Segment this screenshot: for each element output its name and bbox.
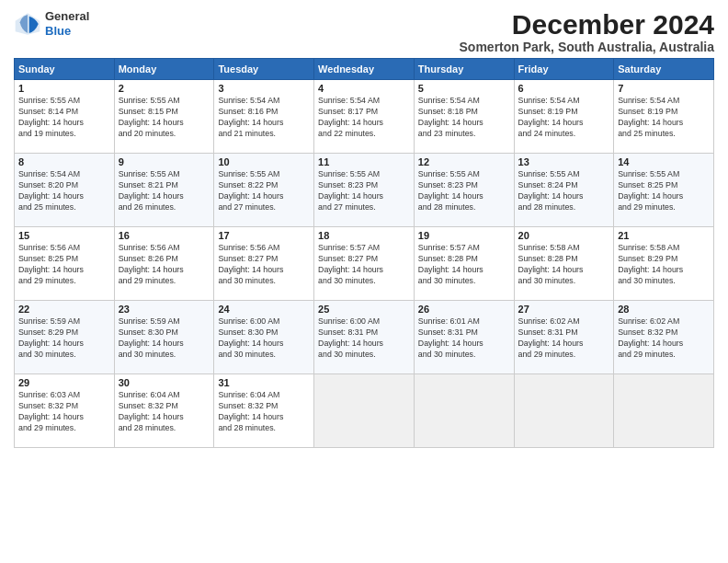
day-info: Sunrise: 5:56 AMSunset: 8:26 PMDaylight:… bbox=[119, 243, 210, 287]
logo-blue: Blue bbox=[45, 24, 71, 38]
day-info: Sunrise: 5:57 AMSunset: 8:28 PMDaylight:… bbox=[418, 243, 510, 287]
day-number: 15 bbox=[18, 230, 110, 241]
day-number: 4 bbox=[318, 83, 410, 94]
day-number: 22 bbox=[18, 304, 110, 315]
day-number: 16 bbox=[119, 230, 210, 241]
day-number: 5 bbox=[418, 83, 510, 94]
day-number: 24 bbox=[218, 304, 310, 315]
col-monday: Monday bbox=[114, 59, 214, 80]
day-number: 31 bbox=[218, 377, 310, 388]
table-row: 7Sunrise: 5:54 AMSunset: 8:19 PMDaylight… bbox=[614, 80, 714, 154]
table-row: 30Sunrise: 6:04 AMSunset: 8:32 PMDayligh… bbox=[114, 374, 214, 448]
table-row: 31Sunrise: 6:04 AMSunset: 8:32 PMDayligh… bbox=[214, 374, 314, 448]
table-row: 11Sunrise: 5:55 AMSunset: 8:23 PMDayligh… bbox=[314, 154, 415, 227]
day-info: Sunrise: 5:54 AMSunset: 8:19 PMDaylight:… bbox=[618, 96, 710, 140]
table-row: 12Sunrise: 5:55 AMSunset: 8:23 PMDayligh… bbox=[414, 154, 514, 227]
day-number: 6 bbox=[518, 83, 610, 94]
calendar-table: Sunday Monday Tuesday Wednesday Thursday… bbox=[14, 58, 714, 448]
day-number: 10 bbox=[218, 156, 310, 167]
logo-general: General bbox=[45, 9, 89, 23]
day-number: 12 bbox=[418, 156, 510, 167]
day-info: Sunrise: 5:54 AMSunset: 8:20 PMDaylight:… bbox=[18, 169, 110, 213]
table-row: 26Sunrise: 6:01 AMSunset: 8:31 PMDayligh… bbox=[414, 301, 514, 374]
logo: General Blue bbox=[14, 9, 89, 38]
col-sunday: Sunday bbox=[15, 59, 115, 80]
day-info: Sunrise: 5:55 AMSunset: 8:25 PMDaylight:… bbox=[618, 169, 710, 213]
calendar-title: December 2024 bbox=[460, 9, 714, 40]
table-row: 29Sunrise: 6:03 AMSunset: 8:32 PMDayligh… bbox=[15, 374, 115, 448]
day-info: Sunrise: 5:55 AMSunset: 8:15 PMDaylight:… bbox=[119, 96, 210, 140]
day-number: 8 bbox=[18, 156, 110, 167]
day-number: 25 bbox=[318, 304, 410, 315]
day-info: Sunrise: 5:58 AMSunset: 8:29 PMDaylight:… bbox=[618, 243, 710, 287]
table-row: 18Sunrise: 5:57 AMSunset: 8:27 PMDayligh… bbox=[314, 227, 415, 301]
day-info: Sunrise: 5:54 AMSunset: 8:17 PMDaylight:… bbox=[318, 96, 410, 140]
day-number: 7 bbox=[618, 83, 710, 94]
day-info: Sunrise: 5:55 AMSunset: 8:14 PMDaylight:… bbox=[18, 96, 110, 140]
col-saturday: Saturday bbox=[614, 59, 714, 80]
day-number: 13 bbox=[518, 156, 610, 167]
table-row: 23Sunrise: 5:59 AMSunset: 8:30 PMDayligh… bbox=[114, 301, 214, 374]
day-info: Sunrise: 6:04 AMSunset: 8:32 PMDaylight:… bbox=[218, 390, 310, 434]
table-row: 10Sunrise: 5:55 AMSunset: 8:22 PMDayligh… bbox=[214, 154, 314, 227]
day-info: Sunrise: 5:55 AMSunset: 8:23 PMDaylight:… bbox=[318, 169, 410, 213]
calendar-week-row: 8Sunrise: 5:54 AMSunset: 8:20 PMDaylight… bbox=[15, 154, 714, 227]
day-number: 27 bbox=[518, 304, 610, 315]
logo-icon bbox=[14, 10, 41, 38]
table-row: 21Sunrise: 5:58 AMSunset: 8:29 PMDayligh… bbox=[614, 227, 714, 301]
logo-text: General Blue bbox=[45, 9, 89, 38]
day-number: 30 bbox=[119, 377, 210, 388]
day-info: Sunrise: 5:59 AMSunset: 8:30 PMDaylight:… bbox=[119, 316, 210, 361]
calendar-subtitle: Somerton Park, South Australia, Australi… bbox=[460, 40, 714, 54]
day-number: 18 bbox=[318, 230, 410, 241]
header: General Blue December 2024 Somerton Park… bbox=[14, 9, 714, 54]
table-row: 24Sunrise: 6:00 AMSunset: 8:30 PMDayligh… bbox=[214, 301, 314, 374]
table-row: 3Sunrise: 5:54 AMSunset: 8:16 PMDaylight… bbox=[214, 80, 314, 154]
table-row: 20Sunrise: 5:58 AMSunset: 8:28 PMDayligh… bbox=[514, 227, 614, 301]
table-row: 27Sunrise: 6:02 AMSunset: 8:31 PMDayligh… bbox=[514, 301, 614, 374]
header-row: Sunday Monday Tuesday Wednesday Thursday… bbox=[15, 59, 714, 80]
col-wednesday: Wednesday bbox=[314, 59, 415, 80]
day-number: 11 bbox=[318, 156, 410, 167]
table-row: 15Sunrise: 5:56 AMSunset: 8:25 PMDayligh… bbox=[15, 227, 115, 301]
table-row bbox=[314, 374, 415, 448]
col-thursday: Thursday bbox=[414, 59, 514, 80]
page: General Blue December 2024 Somerton Park… bbox=[0, 0, 728, 563]
day-info: Sunrise: 5:54 AMSunset: 8:16 PMDaylight:… bbox=[218, 96, 310, 140]
day-number: 1 bbox=[18, 83, 110, 94]
calendar-week-row: 29Sunrise: 6:03 AMSunset: 8:32 PMDayligh… bbox=[15, 374, 714, 448]
day-info: Sunrise: 5:55 AMSunset: 8:24 PMDaylight:… bbox=[518, 169, 610, 213]
col-tuesday: Tuesday bbox=[214, 59, 314, 80]
day-info: Sunrise: 5:55 AMSunset: 8:21 PMDaylight:… bbox=[119, 169, 210, 213]
day-number: 9 bbox=[119, 156, 210, 167]
table-row bbox=[514, 374, 614, 448]
calendar-week-row: 22Sunrise: 5:59 AMSunset: 8:29 PMDayligh… bbox=[15, 301, 714, 374]
table-row: 5Sunrise: 5:54 AMSunset: 8:18 PMDaylight… bbox=[414, 80, 514, 154]
day-info: Sunrise: 6:02 AMSunset: 8:31 PMDaylight:… bbox=[518, 316, 610, 361]
day-info: Sunrise: 5:55 AMSunset: 8:22 PMDaylight:… bbox=[218, 169, 310, 213]
table-row: 25Sunrise: 6:00 AMSunset: 8:31 PMDayligh… bbox=[314, 301, 415, 374]
day-info: Sunrise: 5:56 AMSunset: 8:25 PMDaylight:… bbox=[18, 243, 110, 287]
day-info: Sunrise: 6:02 AMSunset: 8:32 PMDaylight:… bbox=[618, 316, 710, 361]
day-info: Sunrise: 5:55 AMSunset: 8:23 PMDaylight:… bbox=[418, 169, 510, 213]
day-number: 17 bbox=[218, 230, 310, 241]
day-number: 20 bbox=[518, 230, 610, 241]
table-row: 17Sunrise: 5:56 AMSunset: 8:27 PMDayligh… bbox=[214, 227, 314, 301]
calendar-week-row: 1Sunrise: 5:55 AMSunset: 8:14 PMDaylight… bbox=[15, 80, 714, 154]
calendar-week-row: 15Sunrise: 5:56 AMSunset: 8:25 PMDayligh… bbox=[15, 227, 714, 301]
table-row: 2Sunrise: 5:55 AMSunset: 8:15 PMDaylight… bbox=[114, 80, 214, 154]
day-info: Sunrise: 5:58 AMSunset: 8:28 PMDaylight:… bbox=[518, 243, 610, 287]
day-info: Sunrise: 5:54 AMSunset: 8:18 PMDaylight:… bbox=[418, 96, 510, 140]
day-number: 26 bbox=[418, 304, 510, 315]
day-info: Sunrise: 6:00 AMSunset: 8:30 PMDaylight:… bbox=[218, 316, 310, 361]
table-row: 9Sunrise: 5:55 AMSunset: 8:21 PMDaylight… bbox=[114, 154, 214, 227]
day-info: Sunrise: 6:04 AMSunset: 8:32 PMDaylight:… bbox=[119, 390, 210, 434]
title-block: December 2024 Somerton Park, South Austr… bbox=[460, 9, 714, 54]
day-number: 23 bbox=[119, 304, 210, 315]
table-row: 14Sunrise: 5:55 AMSunset: 8:25 PMDayligh… bbox=[614, 154, 714, 227]
day-info: Sunrise: 5:54 AMSunset: 8:19 PMDaylight:… bbox=[518, 96, 610, 140]
day-number: 19 bbox=[418, 230, 510, 241]
day-info: Sunrise: 6:00 AMSunset: 8:31 PMDaylight:… bbox=[318, 316, 410, 361]
table-row bbox=[614, 374, 714, 448]
day-number: 2 bbox=[119, 83, 210, 94]
